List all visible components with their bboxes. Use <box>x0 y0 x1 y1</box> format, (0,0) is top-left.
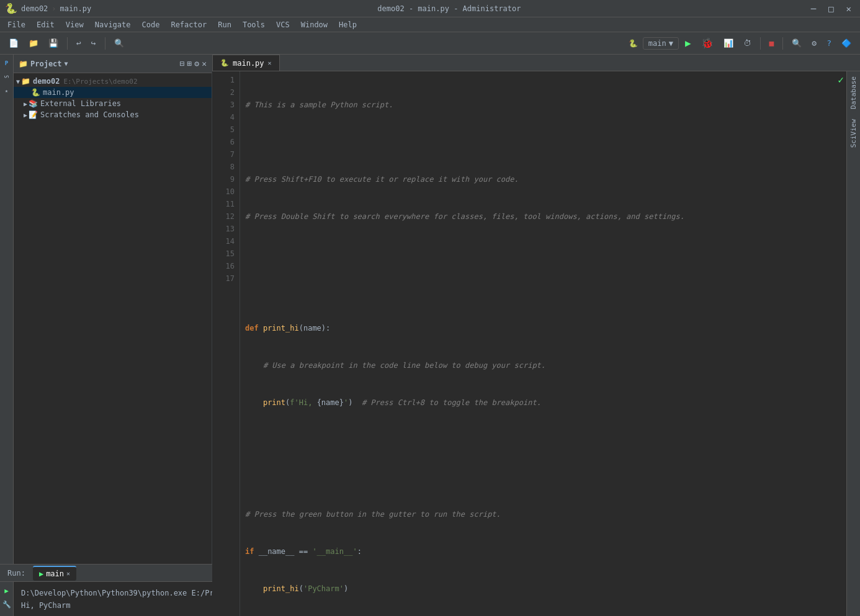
undo-button[interactable]: ↩ <box>73 37 85 50</box>
rerun-button[interactable]: 🔧 <box>1 598 13 610</box>
run-config-selector[interactable]: main ▼ <box>643 37 679 50</box>
code-line-1: # This is a sample Python script. <box>245 99 841 111</box>
line-num-8: 8 <box>217 161 235 173</box>
toolbar-sep-1 <box>67 37 68 50</box>
jetbrains-button[interactable]: 🔷 <box>838 37 855 50</box>
menu-view[interactable]: View <box>61 19 89 30</box>
stop-button[interactable]: ■ <box>766 37 778 50</box>
search-button[interactable]: 🔍 <box>110 37 128 50</box>
bottom-left-icons: ▶ 🔧 ■ ↓ 🖨 ⊟ ⊞ 📌 🗑 <box>0 582 14 616</box>
mainpy-icon: 🐍 <box>31 88 40 97</box>
toolbar: 📄 📁 💾 ↩ ↪ 🔍 🐍 main ▼ ▶ 🐞 📊 ⏱ ■ 🔍 ⚙ ? 🔷 <box>0 32 860 55</box>
tree-mainpy[interactable]: 🐍 main.py <box>14 87 212 98</box>
mainpy-name: main.py <box>43 88 74 97</box>
project-header: 📁 Project ▼ ⊟ ⊞ ⚙ ✕ <box>14 55 212 73</box>
structure-tool-icon[interactable]: S <box>1 71 13 83</box>
title-bar-center: demo02 - main.py - Administrator <box>377 4 521 13</box>
run-button[interactable]: ▶ <box>681 35 695 51</box>
line-num-13: ▶ 13 <box>217 223 235 235</box>
sciview-sidebar-label[interactable]: SciView <box>848 114 859 153</box>
project-dropdown-arrow[interactable]: ▼ <box>65 60 68 67</box>
search-everywhere-button[interactable]: 🔍 <box>788 37 805 50</box>
code-content[interactable]: # This is a sample Python script. # Pres… <box>240 71 846 616</box>
left-sidebar-icons: P S ★ <box>0 55 14 564</box>
menu-window[interactable]: Window <box>296 19 333 30</box>
libs-arrow: ▶ <box>24 100 27 107</box>
project-tool-icon[interactable]: P <box>1 57 13 69</box>
code-editor: 1 2 3 4 5 6 7 8 9 10 11 12 ▶ 13 14 <box>212 71 846 616</box>
toolbar-sep-2 <box>105 37 105 50</box>
code-line-4: # Press Double Shift to search everywher… <box>245 210 841 223</box>
run-tab[interactable]: ▶ main ✕ <box>33 566 76 581</box>
tree-external-libs[interactable]: ▶ 📚 External Libraries <box>14 98 212 109</box>
menu-file[interactable]: File <box>2 19 30 30</box>
menu-run[interactable]: Run <box>213 19 236 30</box>
settings-panel-button[interactable]: ⚙ <box>194 59 199 68</box>
title-breadcrumb1[interactable]: demo02 <box>21 4 48 13</box>
code-line-14: print_hi('PyCharm') <box>245 583 841 595</box>
title-bar: 🐍 demo02 › main.py demo02 - main.py - Ad… <box>0 0 860 17</box>
help-button[interactable]: ? <box>823 37 835 50</box>
run-tab-close[interactable]: ✕ <box>66 570 70 577</box>
collapse-all-button[interactable]: ⊟ <box>180 59 185 68</box>
save-button[interactable]: 💾 <box>45 37 62 50</box>
new-file-button[interactable]: 📄 <box>5 37 22 50</box>
line-num-11: 11 <box>217 198 235 210</box>
menu-navigate[interactable]: Navigate <box>90 19 136 30</box>
settings-button[interactable]: ⚙ <box>808 37 820 50</box>
code-line-12: # Press the green button in the gutter t… <box>245 508 841 520</box>
code-line-10 <box>245 434 841 446</box>
maximize-button[interactable]: □ <box>825 2 837 15</box>
open-button[interactable]: 📁 <box>25 37 42 50</box>
code-line-5 <box>245 248 841 260</box>
coverage-button[interactable]: 📊 <box>720 37 737 50</box>
menu-help[interactable]: Help <box>334 19 362 30</box>
profile-button[interactable]: ⏱ <box>740 37 755 50</box>
minimize-button[interactable]: ─ <box>807 2 820 15</box>
menu-bar: File Edit View Navigate Code Refactor Ru… <box>0 17 860 32</box>
close-panel-button[interactable]: ✕ <box>202 59 207 68</box>
tree-scratches[interactable]: ▶ 📝 Scratches and Consoles <box>14 109 212 120</box>
tree-root[interactable]: ▼ 📁 demo02 E:\Projects\demo02 <box>14 76 212 87</box>
stop-run-button[interactable]: ■ <box>1 612 13 616</box>
toolbar-sep-3 <box>760 37 761 50</box>
expand-all-button[interactable]: ⊞ <box>187 59 192 68</box>
code-line-13: if __name__ == '__main__': <box>245 545 841 558</box>
title-breadcrumb2[interactable]: main.py <box>60 4 92 13</box>
line-num-4: 4 <box>217 111 235 123</box>
code-line-11 <box>245 471 841 483</box>
file-check-indicator: ✓ <box>838 74 844 86</box>
debug-button[interactable]: 🐞 <box>697 35 717 51</box>
project-header-right: ⊟ ⊞ ⚙ ✕ <box>180 59 207 68</box>
fav-tool-icon[interactable]: ★ <box>1 84 13 97</box>
menu-code[interactable]: Code <box>137 19 165 30</box>
menu-vcs[interactable]: VCS <box>271 19 295 30</box>
line-num-17: 17 <box>217 272 235 285</box>
toolbar-sep-4 <box>782 37 783 50</box>
libs-icon: 📚 <box>29 99 38 108</box>
project-panel: 📁 Project ▼ ⊟ ⊞ ⚙ ✕ ▼ 📁 demo02 E:\Projec… <box>14 55 212 564</box>
window-title: demo02 - main.py - Administrator <box>377 4 521 13</box>
root-name: demo02 <box>33 77 60 86</box>
redo-button[interactable]: ↪ <box>87 37 100 50</box>
line-num-9: 9 <box>217 173 235 185</box>
code-line-6 <box>245 285 841 297</box>
bottom-tabs-left: Run: ▶ main ✕ <box>2 566 76 581</box>
menu-refactor[interactable]: Refactor <box>166 19 212 30</box>
menu-edit[interactable]: Edit <box>32 19 60 30</box>
tab-name: main.py <box>233 59 264 68</box>
project-tree: ▼ 📁 demo02 E:\Projects\demo02 🐍 main.py … <box>14 73 212 564</box>
close-button[interactable]: ✕ <box>843 2 855 15</box>
title-bar-right: ─ □ ✕ <box>807 2 855 15</box>
menu-tools[interactable]: Tools <box>238 19 270 30</box>
line-num-2: 2 <box>217 86 235 99</box>
database-sidebar-label[interactable]: Database <box>848 71 859 114</box>
editor-tab-mainpy[interactable]: 🐍 main.py ✕ <box>212 55 280 71</box>
run-restart-button[interactable]: ▶ <box>1 584 13 597</box>
tab-file-icon: 🐍 <box>220 59 229 67</box>
main-layout: P S ★ 📁 Project ▼ ⊟ ⊞ ⚙ ✕ ▼ 📁 demo02 <box>0 55 860 564</box>
tab-close-button[interactable]: ✕ <box>268 60 272 66</box>
right-sidebar: Database SciView <box>846 71 860 616</box>
code-line-7: def print_hi(name): <box>245 322 841 334</box>
line-num-7: 7 <box>217 148 235 161</box>
